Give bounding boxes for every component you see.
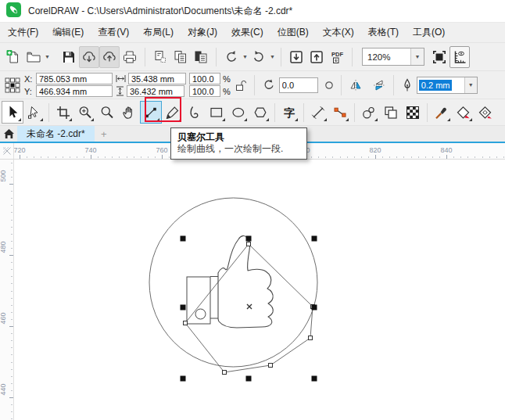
text-tool[interactable]: 字 — [278, 101, 300, 124]
interactive-fill-tool[interactable] — [453, 101, 475, 124]
menu-bitmaps[interactable]: 位图(B) — [270, 23, 316, 42]
publish-to-pdf-button[interactable]: PDF — [327, 46, 347, 68]
shape-tool[interactable] — [23, 101, 45, 124]
menu-layout[interactable]: 布局(L) — [136, 23, 181, 42]
import-button[interactable] — [286, 46, 306, 68]
connector-icon — [332, 105, 348, 120]
selection-handle[interactable] — [312, 305, 317, 311]
pan-tool[interactable] — [118, 101, 140, 124]
outline-width-combo[interactable]: 0.2 mm ▼ — [417, 77, 478, 94]
polygon-tool[interactable] — [249, 101, 271, 124]
undo-button[interactable] — [221, 46, 242, 68]
window-title: CorelDRAW - C:\Users\Administrator\Docum… — [28, 5, 292, 18]
ruler-origin-corner[interactable] — [0, 143, 14, 160]
save-document-button[interactable] — [59, 46, 79, 68]
vertical-ruler[interactable]: 440460480500 — [0, 160, 14, 420]
selection-handle[interactable] — [312, 376, 317, 382]
artistic-media-tool[interactable] — [162, 101, 184, 124]
y-position-input[interactable] — [36, 85, 113, 97]
bezier-tool[interactable] — [140, 101, 162, 124]
open-document-button[interactable] — [23, 46, 44, 68]
thumbs-up-hand-shape[interactable] — [218, 236, 273, 328]
eyedropper-tool[interactable] — [431, 101, 453, 124]
copy-button[interactable] — [170, 46, 191, 68]
ellipse-tool[interactable] — [227, 101, 249, 124]
new-document-button[interactable] — [3, 46, 23, 68]
new-tab-button[interactable]: + — [95, 126, 113, 142]
menu-text[interactable]: 文本(X) — [316, 23, 361, 42]
canvas-svg[interactable] — [14, 160, 505, 420]
curve-node[interactable] — [247, 242, 251, 246]
curve-tool[interactable] — [184, 101, 206, 124]
mirror-horizontal-button[interactable] — [349, 78, 363, 92]
copy-icon — [173, 49, 188, 65]
home-button[interactable] — [0, 126, 17, 142]
zoom-level-combo[interactable]: 120%▼ — [362, 48, 424, 66]
cloud-download-button[interactable] — [79, 46, 99, 68]
object-height-input[interactable] — [127, 85, 184, 97]
curve-node[interactable] — [269, 364, 273, 368]
export-icon — [309, 49, 324, 65]
menu-effects[interactable]: 效果(C) — [224, 23, 270, 42]
transparency-tool[interactable] — [380, 101, 402, 124]
open-document-dropdown-arrow[interactable]: ▼ — [44, 54, 51, 59]
pick-tool[interactable] — [2, 101, 23, 124]
selection-handle[interactable] — [181, 236, 186, 242]
eyedropper-icon — [434, 105, 449, 120]
undo-dropdown-arrow[interactable]: ▼ — [242, 54, 249, 59]
circle-shape[interactable] — [149, 198, 317, 367]
menu-view[interactable]: 查看(V) — [91, 23, 136, 42]
selection-handle[interactable] — [181, 305, 186, 311]
menu-table[interactable]: 表格(T) — [361, 23, 406, 42]
tooltip-description: 绘制曲线，一次绘制一段. — [177, 143, 300, 155]
selection-handle[interactable] — [181, 376, 186, 382]
scale-y-input[interactable] — [189, 85, 220, 97]
mirror-vertical-button[interactable] — [372, 78, 386, 92]
selection-center-mark[interactable] — [247, 304, 252, 309]
document-tab-active[interactable]: 未命名 -2.cdr* — [17, 126, 95, 142]
menu-tools[interactable]: 工具(O) — [406, 23, 452, 42]
connector-tool[interactable] — [329, 101, 351, 124]
lock-ratio-button[interactable] — [235, 79, 247, 92]
cloud-upload-button[interactable] — [99, 46, 120, 68]
redo-dropdown-arrow[interactable]: ▼ — [269, 54, 276, 59]
shadow-tool[interactable] — [358, 101, 380, 124]
x-position-input[interactable] — [36, 73, 113, 84]
full-screen-preview-button[interactable] — [429, 46, 449, 68]
outline-width-nib-icon — [401, 78, 414, 92]
rectangle-tool[interactable] — [206, 101, 227, 124]
selection-handle[interactable] — [246, 236, 252, 242]
zoom-level-dropdown-arrow[interactable]: ▼ — [410, 48, 424, 65]
h-ruler-label: 720 — [14, 146, 26, 154]
crop-tool[interactable] — [52, 101, 74, 124]
object-width-input[interactable] — [128, 73, 186, 84]
smart-fill-tool[interactable] — [475, 101, 496, 124]
paste-button[interactable] — [191, 46, 211, 68]
selection-handle[interactable] — [246, 376, 252, 382]
cuff-button-shape[interactable] — [195, 309, 206, 319]
zoom-out-tool[interactable] — [96, 101, 118, 124]
scale-x-input[interactable] — [189, 73, 220, 84]
rotation-angle-input[interactable] — [279, 77, 318, 93]
menu-bar: 文件(F)编辑(E)查看(V)布局(L)对象(J)效果(C)位图(B)文本(X)… — [0, 22, 505, 42]
degree-icon — [324, 81, 334, 90]
outline-width-dropdown-arrow[interactable]: ▼ — [464, 77, 477, 93]
h-ruler-label: 820 — [369, 146, 381, 154]
dimension-tool[interactable] — [307, 101, 329, 124]
drawing-canvas[interactable] — [14, 160, 505, 420]
curve-node[interactable] — [223, 371, 227, 375]
menu-file[interactable]: 文件(F) — [1, 23, 45, 42]
bezier-curve-path[interactable] — [185, 244, 313, 372]
cut-button[interactable] — [150, 46, 170, 68]
curve-node[interactable] — [184, 321, 188, 325]
menu-object[interactable]: 对象(J) — [181, 23, 224, 42]
mesh-pattern-tool[interactable] — [402, 101, 424, 124]
export-button[interactable] — [306, 46, 327, 68]
show-rulers-button[interactable] — [449, 46, 470, 68]
menu-edit[interactable]: 编辑(E) — [45, 23, 91, 42]
zoom-tool[interactable] — [74, 101, 96, 124]
redo-button[interactable] — [249, 46, 269, 68]
print-button[interactable] — [120, 46, 140, 68]
curve-node[interactable] — [309, 336, 313, 340]
selection-handle[interactable] — [312, 236, 317, 242]
